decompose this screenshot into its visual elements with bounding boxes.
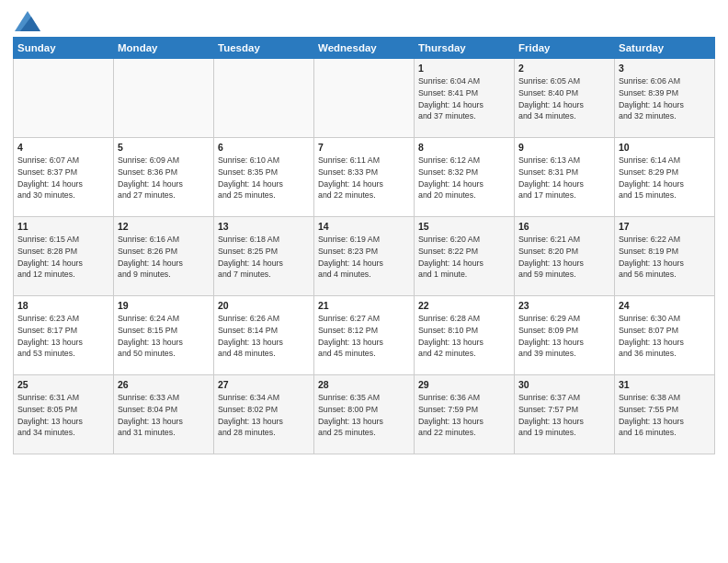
day-number: 23 xyxy=(518,300,610,311)
day-info: Sunrise: 6:36 AM Sunset: 7:59 PM Dayligh… xyxy=(418,392,510,439)
day-info: Sunrise: 6:29 AM Sunset: 8:09 PM Dayligh… xyxy=(518,313,610,360)
calendar-week-2: 4Sunrise: 6:07 AM Sunset: 8:37 PM Daylig… xyxy=(14,138,715,217)
day-number: 1 xyxy=(418,63,510,74)
day-info: Sunrise: 6:31 AM Sunset: 8:05 PM Dayligh… xyxy=(17,392,109,439)
day-number: 18 xyxy=(17,300,109,311)
day-number: 31 xyxy=(619,379,711,390)
calendar-cell: 21Sunrise: 6:27 AM Sunset: 8:12 PM Dayli… xyxy=(314,296,415,375)
day-number: 30 xyxy=(518,379,610,390)
day-number: 6 xyxy=(218,142,310,153)
calendar-cell: 3Sunrise: 6:06 AM Sunset: 8:39 PM Daylig… xyxy=(615,59,715,138)
day-info: Sunrise: 6:33 AM Sunset: 8:04 PM Dayligh… xyxy=(118,392,210,439)
day-number: 4 xyxy=(17,142,109,153)
day-number: 19 xyxy=(118,300,210,311)
calendar-cell: 10Sunrise: 6:14 AM Sunset: 8:29 PM Dayli… xyxy=(615,138,715,217)
calendar-cell: 6Sunrise: 6:10 AM Sunset: 8:35 PM Daylig… xyxy=(214,138,314,217)
day-info: Sunrise: 6:10 AM Sunset: 8:35 PM Dayligh… xyxy=(218,155,310,201)
day-info: Sunrise: 6:13 AM Sunset: 8:31 PM Dayligh… xyxy=(518,155,610,201)
calendar-cell: 17Sunrise: 6:22 AM Sunset: 8:19 PM Dayli… xyxy=(615,217,715,296)
day-info: Sunrise: 6:07 AM Sunset: 8:37 PM Dayligh… xyxy=(17,155,109,201)
calendar-header: SundayMondayTuesdayWednesdayThursdayFrid… xyxy=(14,38,715,59)
day-info: Sunrise: 6:16 AM Sunset: 8:26 PM Dayligh… xyxy=(118,234,210,281)
day-number: 5 xyxy=(118,142,210,153)
weekday-header-monday: Monday xyxy=(114,38,214,59)
calendar-cell: 7Sunrise: 6:11 AM Sunset: 8:33 PM Daylig… xyxy=(314,138,415,217)
calendar-cell: 28Sunrise: 6:35 AM Sunset: 8:00 PM Dayli… xyxy=(314,375,415,454)
day-info: Sunrise: 6:22 AM Sunset: 8:19 PM Dayligh… xyxy=(619,234,711,281)
day-number: 14 xyxy=(318,221,410,232)
calendar-cell: 18Sunrise: 6:23 AM Sunset: 8:17 PM Dayli… xyxy=(14,296,114,375)
calendar-cell: 14Sunrise: 6:19 AM Sunset: 8:23 PM Dayli… xyxy=(314,217,415,296)
calendar-cell: 11Sunrise: 6:15 AM Sunset: 8:28 PM Dayli… xyxy=(14,217,114,296)
calendar-cell: 24Sunrise: 6:30 AM Sunset: 8:07 PM Dayli… xyxy=(615,296,715,375)
calendar-cell: 27Sunrise: 6:34 AM Sunset: 8:02 PM Dayli… xyxy=(214,375,314,454)
day-number: 24 xyxy=(619,300,711,311)
day-info: Sunrise: 6:06 AM Sunset: 8:39 PM Dayligh… xyxy=(619,75,711,122)
day-number: 15 xyxy=(418,221,510,232)
calendar-cell: 25Sunrise: 6:31 AM Sunset: 8:05 PM Dayli… xyxy=(14,375,114,454)
weekday-row: SundayMondayTuesdayWednesdayThursdayFrid… xyxy=(14,38,715,59)
day-info: Sunrise: 6:05 AM Sunset: 8:40 PM Dayligh… xyxy=(518,75,610,122)
calendar-cell: 1Sunrise: 6:04 AM Sunset: 8:41 PM Daylig… xyxy=(415,59,515,138)
calendar-cell xyxy=(114,59,214,138)
weekday-header-sunday: Sunday xyxy=(14,38,114,59)
day-info: Sunrise: 6:18 AM Sunset: 8:25 PM Dayligh… xyxy=(218,234,310,281)
day-number: 25 xyxy=(17,379,109,390)
main-container: SundayMondayTuesdayWednesdayThursdayFrid… xyxy=(0,0,728,460)
day-info: Sunrise: 6:34 AM Sunset: 8:02 PM Dayligh… xyxy=(218,392,310,439)
day-info: Sunrise: 6:30 AM Sunset: 8:07 PM Dayligh… xyxy=(619,313,711,360)
logo-icon xyxy=(15,11,40,31)
day-info: Sunrise: 6:28 AM Sunset: 8:10 PM Dayligh… xyxy=(418,313,510,360)
weekday-header-tuesday: Tuesday xyxy=(214,38,314,59)
calendar-cell xyxy=(214,59,314,138)
day-info: Sunrise: 6:21 AM Sunset: 8:20 PM Dayligh… xyxy=(518,234,610,281)
calendar-cell: 5Sunrise: 6:09 AM Sunset: 8:36 PM Daylig… xyxy=(114,138,214,217)
day-info: Sunrise: 6:26 AM Sunset: 8:14 PM Dayligh… xyxy=(218,313,310,360)
calendar-week-4: 18Sunrise: 6:23 AM Sunset: 8:17 PM Dayli… xyxy=(14,296,715,375)
weekday-header-friday: Friday xyxy=(515,38,615,59)
weekday-header-wednesday: Wednesday xyxy=(314,38,415,59)
calendar-cell: 19Sunrise: 6:24 AM Sunset: 8:15 PM Dayli… xyxy=(114,296,214,375)
day-number: 17 xyxy=(619,221,711,232)
calendar-cell: 31Sunrise: 6:38 AM Sunset: 7:55 PM Dayli… xyxy=(615,375,715,454)
logo xyxy=(13,13,40,31)
day-number: 28 xyxy=(318,379,410,390)
day-info: Sunrise: 6:11 AM Sunset: 8:33 PM Dayligh… xyxy=(318,155,410,201)
calendar-cell: 20Sunrise: 6:26 AM Sunset: 8:14 PM Dayli… xyxy=(214,296,314,375)
calendar-cell: 26Sunrise: 6:33 AM Sunset: 8:04 PM Dayli… xyxy=(114,375,214,454)
calendar-cell: 13Sunrise: 6:18 AM Sunset: 8:25 PM Dayli… xyxy=(214,217,314,296)
day-info: Sunrise: 6:14 AM Sunset: 8:29 PM Dayligh… xyxy=(619,155,711,201)
day-info: Sunrise: 6:27 AM Sunset: 8:12 PM Dayligh… xyxy=(318,313,410,360)
day-info: Sunrise: 6:35 AM Sunset: 8:00 PM Dayligh… xyxy=(318,392,410,439)
calendar-cell xyxy=(14,59,114,138)
weekday-header-saturday: Saturday xyxy=(615,38,715,59)
calendar-cell: 8Sunrise: 6:12 AM Sunset: 8:32 PM Daylig… xyxy=(415,138,515,217)
day-number: 26 xyxy=(118,379,210,390)
day-info: Sunrise: 6:38 AM Sunset: 7:55 PM Dayligh… xyxy=(619,392,711,439)
day-info: Sunrise: 6:15 AM Sunset: 8:28 PM Dayligh… xyxy=(17,234,109,281)
calendar-cell: 29Sunrise: 6:36 AM Sunset: 7:59 PM Dayli… xyxy=(415,375,515,454)
day-number: 3 xyxy=(619,63,711,74)
day-info: Sunrise: 6:19 AM Sunset: 8:23 PM Dayligh… xyxy=(318,234,410,281)
day-number: 10 xyxy=(619,142,711,153)
day-info: Sunrise: 6:37 AM Sunset: 7:57 PM Dayligh… xyxy=(518,392,610,439)
calendar-cell: 2Sunrise: 6:05 AM Sunset: 8:40 PM Daylig… xyxy=(515,59,615,138)
day-number: 9 xyxy=(518,142,610,153)
day-number: 20 xyxy=(218,300,310,311)
calendar-week-5: 25Sunrise: 6:31 AM Sunset: 8:05 PM Dayli… xyxy=(14,375,715,454)
calendar-body: 1Sunrise: 6:04 AM Sunset: 8:41 PM Daylig… xyxy=(14,59,715,454)
header xyxy=(13,9,715,31)
calendar-cell: 16Sunrise: 6:21 AM Sunset: 8:20 PM Dayli… xyxy=(515,217,615,296)
calendar-table: SundayMondayTuesdayWednesdayThursdayFrid… xyxy=(13,37,715,454)
day-info: Sunrise: 6:24 AM Sunset: 8:15 PM Dayligh… xyxy=(118,313,210,360)
calendar-cell xyxy=(314,59,415,138)
day-info: Sunrise: 6:12 AM Sunset: 8:32 PM Dayligh… xyxy=(418,155,510,201)
day-info: Sunrise: 6:20 AM Sunset: 8:22 PM Dayligh… xyxy=(418,234,510,281)
calendar-week-3: 11Sunrise: 6:15 AM Sunset: 8:28 PM Dayli… xyxy=(14,217,715,296)
day-number: 8 xyxy=(418,142,510,153)
day-info: Sunrise: 6:04 AM Sunset: 8:41 PM Dayligh… xyxy=(418,75,510,122)
weekday-header-thursday: Thursday xyxy=(415,38,515,59)
day-number: 7 xyxy=(318,142,410,153)
day-number: 13 xyxy=(218,221,310,232)
day-number: 27 xyxy=(218,379,310,390)
